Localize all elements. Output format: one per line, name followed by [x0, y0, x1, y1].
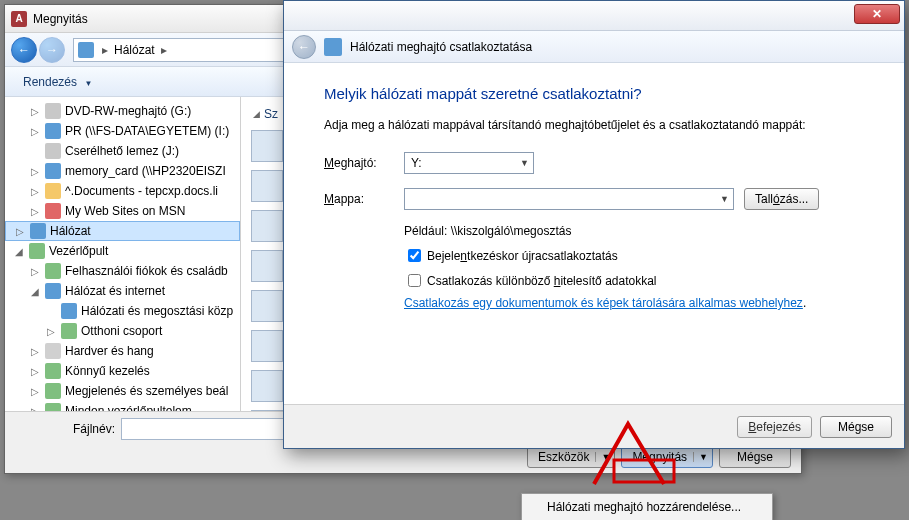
net-icon — [30, 223, 46, 239]
chevron-down-icon: ▼ — [84, 79, 92, 88]
disclosure-icon[interactable]: ▷ — [29, 186, 41, 197]
tree-item[interactable]: ▷Hardver és hang — [5, 341, 240, 361]
ctrl-icon — [61, 323, 77, 339]
disclosure-icon[interactable]: ◢ — [13, 246, 25, 257]
computer-icon — [251, 170, 283, 202]
tree-item[interactable]: ▷Hálózat — [5, 221, 240, 241]
wizard-titlebar[interactable]: ✕ — [284, 1, 904, 31]
open-title-text: Megnyitás — [33, 12, 88, 26]
computer-icon — [251, 210, 283, 242]
tree-item[interactable]: ▷Megjelenés és személyes beál — [5, 381, 240, 401]
open-button[interactable]: Megnyitás ▼ — [621, 446, 713, 468]
computer-icon — [251, 410, 283, 411]
folder-label: Mappa: — [324, 192, 404, 206]
tree-item[interactable]: Hálózati és megosztási közp — [5, 301, 240, 321]
othercred-input[interactable] — [408, 274, 421, 287]
storage-website-link[interactable]: Csatlakozás egy dokumentumok és képek tá… — [404, 296, 803, 310]
tree-item-label: Megjelenés és személyes beál — [65, 384, 228, 398]
wizard-back-button[interactable]: ← — [292, 35, 316, 59]
reconnect-checkbox[interactable]: Bejelentkezéskor újracsatlakoztatás — [404, 246, 870, 265]
tree-item-label: PR (\\FS-DATA\EGYETEM) (I:) — [65, 124, 229, 138]
wizard-footer: Befejezés Mégse — [284, 404, 904, 448]
close-button[interactable]: ✕ — [854, 4, 900, 24]
cancel-button[interactable]: Mégse — [719, 446, 791, 468]
computer-icon — [251, 370, 283, 402]
nav-back-button[interactable]: ← — [11, 37, 37, 63]
ctrl-icon — [45, 363, 61, 379]
tree-item[interactable]: ▷Otthoni csoport — [5, 321, 240, 341]
disclosure-icon[interactable]: ▷ — [29, 346, 41, 357]
tree-item-label: Vezérlőpult — [49, 244, 108, 258]
tree-item[interactable]: ◢Vezérlőpult — [5, 241, 240, 261]
chevron-down-icon: ▼ — [595, 452, 610, 462]
menu-item-map-drive[interactable]: Hálózati meghajtó hozzárendelése... — [525, 497, 769, 517]
tree-item-label: Minden vezérlőpultelem — [65, 404, 192, 411]
tools-button[interactable]: Eszközök ▼ — [527, 446, 615, 468]
disclosure-icon[interactable]: ▷ — [29, 206, 41, 217]
tree-item[interactable]: ▷DVD-RW-meghajtó (G:) — [5, 101, 240, 121]
tree-item-label: Otthoni csoport — [81, 324, 162, 338]
tree-item-label: DVD-RW-meghajtó (G:) — [65, 104, 191, 118]
net-icon — [45, 123, 61, 139]
wizard-cancel-button[interactable]: Mégse — [820, 416, 892, 438]
tree-item[interactable]: ▷Minden vezérlőpultelem — [5, 401, 240, 411]
wizard-header-text: Hálózati meghajtó csatlakoztatása — [350, 40, 532, 54]
reconnect-input[interactable] — [408, 249, 421, 262]
ctrl-icon — [45, 263, 61, 279]
disclosure-icon[interactable]: ▷ — [29, 366, 41, 377]
disclosure-icon[interactable]: ▷ — [29, 266, 41, 277]
drive-icon — [45, 143, 61, 159]
net-icon — [61, 303, 77, 319]
folder-tree[interactable]: ▷DVD-RW-meghajtó (G:)▷PR (\\FS-DATA\EGYE… — [5, 97, 241, 411]
wizard-body: Melyik hálózati mappát szeretné csatlako… — [284, 63, 904, 328]
tree-item[interactable]: ▷Könnyű kezelés — [5, 361, 240, 381]
open-button-menu[interactable]: Hálózati meghajtó hozzárendelése... — [521, 493, 773, 520]
drive-icon — [45, 103, 61, 119]
chevron-down-icon: ▼ — [520, 158, 529, 168]
folder-combo[interactable]: ▼ — [404, 188, 734, 210]
tree-item[interactable]: ▷memory_card (\\HP2320EISZI — [5, 161, 240, 181]
tree-item-label: Felhasználói fiókok és családb — [65, 264, 228, 278]
disclosure-icon[interactable]: ▷ — [29, 166, 41, 177]
other-credentials-checkbox[interactable]: Csatlakozás különböző hitelesítő adatokk… — [404, 271, 870, 290]
disclosure-icon[interactable]: ▷ — [14, 226, 26, 237]
disclosure-icon[interactable]: ▷ — [29, 406, 41, 412]
breadcrumb-root[interactable]: Hálózat — [110, 43, 159, 57]
folder-icon — [45, 183, 61, 199]
filename-label: Fájlnév: — [15, 422, 121, 436]
ctrl-icon — [29, 243, 45, 259]
tree-item[interactable]: ▷PR (\\FS-DATA\EGYETEM) (I:) — [5, 121, 240, 141]
generic-icon — [45, 343, 61, 359]
tree-item[interactable]: Cserélhető lemez (J:) — [5, 141, 240, 161]
disclosure-icon[interactable]: ▷ — [29, 106, 41, 117]
net-icon — [45, 163, 61, 179]
tree-item-label: memory_card (\\HP2320EISZI — [65, 164, 226, 178]
tree-item-label: Hálózat és internet — [65, 284, 165, 298]
tree-item[interactable]: ▷My Web Sites on MSN — [5, 201, 240, 221]
finish-button[interactable]: Befejezés — [737, 416, 812, 438]
tree-item-label: Hálózat — [50, 224, 91, 238]
computer-icon — [251, 250, 283, 282]
chevron-down-icon: ▼ — [693, 452, 708, 462]
ctrl-icon — [45, 403, 61, 411]
disclosure-icon[interactable]: ▷ — [45, 326, 57, 337]
computer-icon — [251, 330, 283, 362]
web-icon — [45, 203, 61, 219]
disclosure-icon[interactable]: ▷ — [29, 386, 41, 397]
tree-item[interactable]: ◢Hálózat és internet — [5, 281, 240, 301]
tree-item-label: ^.Documents - tepcxp.docs.li — [65, 184, 218, 198]
network-drive-icon — [324, 38, 342, 56]
disclosure-icon[interactable]: ▷ — [29, 126, 41, 137]
map-drive-wizard: ✕ ← Hálózati meghajtó csatlakoztatása Me… — [283, 0, 905, 449]
tree-item[interactable]: ▷^.Documents - tepcxp.docs.li — [5, 181, 240, 201]
tree-item[interactable]: ▷Felhasználói fiókok és családb — [5, 261, 240, 281]
example-hint: Például: \\kiszolgáló\megosztás — [404, 224, 870, 238]
app-icon: A — [11, 11, 27, 27]
organize-button[interactable]: Rendezés ▼ — [15, 72, 100, 92]
browse-button[interactable]: Tallózás... — [744, 188, 819, 210]
drive-combo[interactable]: Y: ▼ — [404, 152, 534, 174]
disclosure-icon[interactable]: ◢ — [29, 286, 41, 297]
nav-forward-button[interactable]: → — [39, 37, 65, 63]
wizard-heading: Melyik hálózati mappát szeretné csatlako… — [324, 85, 870, 102]
tree-item-label: My Web Sites on MSN — [65, 204, 185, 218]
